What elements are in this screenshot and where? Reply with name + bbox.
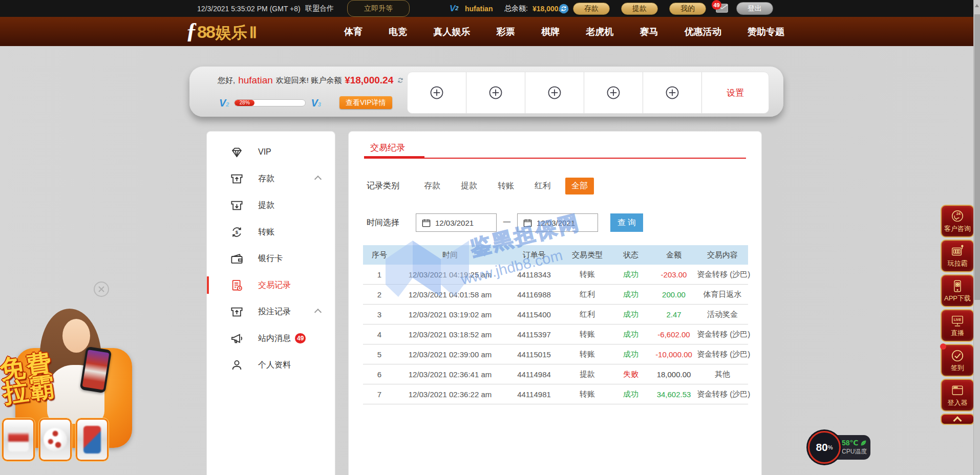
- greet-prefix: 您好,: [218, 76, 235, 85]
- nav-item[interactable]: 体育: [344, 26, 363, 38]
- table-header-cell: 订单号: [504, 250, 564, 260]
- filter-option[interactable]: 存款: [418, 178, 446, 195]
- scrollbar-thumb[interactable]: [974, 14, 980, 300]
- cpu-monitor-widget: 58℃ CPU温度 80%: [808, 431, 875, 464]
- settings-link[interactable]: 设置: [702, 72, 769, 113]
- query-button[interactable]: 查 询: [610, 213, 643, 232]
- svg-text:LIVE: LIVE: [954, 318, 962, 321]
- quick-action-button[interactable]: [584, 72, 643, 113]
- page-scrollbar[interactable]: [973, 0, 980, 475]
- float-button[interactable]: APP下载: [941, 274, 974, 307]
- float-toolbar: 24 客户咨询 玩拉霸 APP下载 LIVE: [941, 205, 974, 425]
- cell-type: 转账: [564, 270, 611, 279]
- tab-transaction-records[interactable]: 交易纪录: [370, 142, 405, 154]
- cell-content: 资金转移 (沙巴): [697, 390, 748, 399]
- sidebar-item[interactable]: 个人资料: [207, 352, 335, 378]
- table-header-row: 序号时间订单号交易类型状态金额交易内容: [363, 245, 748, 265]
- sidebar-item[interactable]: 存款: [207, 165, 335, 192]
- cell-content: 活动奖金: [697, 310, 748, 319]
- cell-time: 12/03/2021 04:01:58 am: [396, 290, 504, 299]
- cell-no: 4: [363, 330, 396, 339]
- sidebar-item[interactable]: 投注记录: [207, 298, 335, 325]
- quick-action-button[interactable]: [643, 72, 702, 113]
- cell-content: 资金转移 (沙巴): [697, 350, 748, 359]
- upgrade-button[interactable]: 立即升等: [347, 0, 410, 17]
- nav-item[interactable]: 赞助专题: [748, 26, 784, 38]
- float-button[interactable]: LIVE 直播: [941, 309, 974, 342]
- float-button[interactable]: 登入器: [941, 379, 974, 412]
- filter-option[interactable]: 提款: [455, 178, 483, 195]
- main-nav: ƒ 88 娱乐 Ⅱ 体育电竞真人娱乐彩票棋牌老虎机赛马优惠活动赞助专题: [0, 17, 980, 46]
- table-header-cell: 时间: [396, 250, 504, 260]
- quick-action-button[interactable]: [466, 72, 525, 113]
- sidebar-item-label: 转账: [258, 227, 274, 238]
- cell-type: 提款: [564, 370, 611, 379]
- promo-banner: 免費 拉霸: [0, 276, 150, 445]
- nav-item[interactable]: 真人娱乐: [434, 26, 471, 38]
- float-button[interactable]: 24 客户咨询: [941, 205, 974, 238]
- cell-order: 44115400: [504, 310, 564, 319]
- date-from-input[interactable]: 12/03/2021: [416, 213, 497, 232]
- cell-type: 转账: [564, 350, 611, 359]
- cell-status: 失败: [611, 370, 651, 379]
- service-24h-icon: 24: [950, 209, 965, 224]
- transfer-money-icon: $: [230, 225, 244, 239]
- cell-content: 体育日返水: [697, 290, 748, 299]
- topbar-deposit-button[interactable]: 存款: [573, 3, 610, 15]
- message-count-badge: 49: [712, 0, 721, 10]
- cell-status: 成功: [611, 330, 651, 339]
- site-logo[interactable]: ƒ 88 娱乐 Ⅱ: [186, 19, 257, 44]
- sidebar-item[interactable]: $ 转账: [207, 219, 335, 245]
- filter-option[interactable]: 红利: [528, 178, 557, 195]
- filter-option[interactable]: 全部: [565, 178, 594, 195]
- float-button-label: 签到: [951, 363, 964, 373]
- plus-circle-icon: [606, 85, 621, 100]
- cell-time: 12/03/2021 03:18:52 am: [396, 330, 504, 339]
- table-row: 5 12/03/2021 02:39:00 am 44115015 转账 成功 …: [363, 344, 748, 364]
- filter-option[interactable]: 转账: [492, 178, 520, 195]
- float-button-label: 客户咨询: [944, 224, 971, 233]
- quick-action-button[interactable]: [408, 72, 466, 113]
- nav-item[interactable]: 赛马: [640, 26, 658, 38]
- cell-order: 44114984: [504, 370, 564, 379]
- sidebar-item[interactable]: 交易记录: [207, 272, 335, 298]
- vip-detail-button[interactable]: 查看VIP详情: [339, 96, 392, 109]
- nav-item[interactable]: 棋牌: [541, 26, 560, 38]
- sidebar-item[interactable]: 银行卡: [207, 245, 335, 272]
- table-row: 2 12/03/2021 04:01:58 am 44116988 红利 成功 …: [363, 285, 748, 305]
- cell-amount: -203.00: [651, 270, 697, 279]
- float-button[interactable]: 签到: [941, 344, 974, 377]
- topbar-withdraw-button[interactable]: 提款: [621, 3, 658, 15]
- quick-action-button[interactable]: [525, 72, 584, 113]
- time-select-label: 时间选择: [367, 218, 399, 228]
- float-collapse-button[interactable]: [941, 414, 974, 425]
- promo-image[interactable]: 免費 拉霸: [0, 299, 150, 445]
- vip-progress-bar: 28%: [234, 99, 306, 106]
- nav-item[interactable]: 彩票: [497, 26, 515, 38]
- date-to-input[interactable]: 12/03/2021: [517, 213, 598, 232]
- table-row: 4 12/03/2021 03:18:52 am 44115397 转账 成功 …: [363, 325, 748, 344]
- cell-type: 红利: [564, 310, 611, 319]
- topbar-mine-button[interactable]: 我的: [669, 3, 706, 15]
- sidebar-item[interactable]: 站内消息 49: [207, 325, 335, 352]
- date-select-row: 时间选择 12/03/2021 一 12/03/2021 查 询: [367, 213, 643, 232]
- sidebar-item[interactable]: VIP: [207, 139, 335, 165]
- chevron-up-icon: [314, 176, 322, 183]
- logout-button[interactable]: 登出: [736, 2, 773, 15]
- cell-amount: 34,602.53: [651, 390, 697, 399]
- table-header-cell: 状态: [611, 250, 651, 260]
- nav-item[interactable]: 电竞: [389, 26, 407, 38]
- refresh-icon[interactable]: [396, 76, 404, 84]
- float-button[interactable]: 玩拉霸: [941, 240, 974, 272]
- sidebar-item[interactable]: 提款: [207, 192, 335, 219]
- refresh-balance-icon[interactable]: [559, 0, 569, 17]
- slot-item-jersey: [2, 418, 35, 461]
- nav-item[interactable]: 老虎机: [586, 26, 613, 38]
- sidebar-item-label: 站内消息: [258, 333, 291, 344]
- chevron-up-icon: [314, 309, 322, 316]
- logo-suffix: Ⅱ: [249, 23, 257, 42]
- scrollbar-up-arrow[interactable]: [975, 4, 979, 7]
- alliance-link[interactable]: 联盟合作: [305, 0, 334, 17]
- nav-item[interactable]: 优惠活动: [685, 26, 721, 38]
- promo-close-icon[interactable]: [94, 282, 109, 297]
